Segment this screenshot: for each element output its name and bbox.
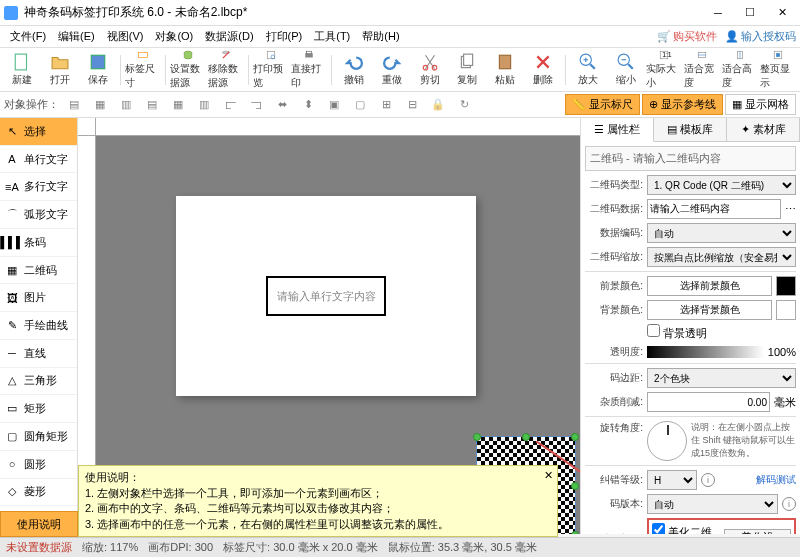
qrtype-select[interactable]: 1. QR Code (QR 二维码) [647, 175, 796, 195]
resize-handle[interactable] [522, 433, 530, 441]
bg-transparent-checkbox[interactable]: 背景透明 [647, 324, 707, 341]
resize-handle[interactable] [473, 433, 481, 441]
buy-software-link[interactable]: 🛒购买软件 [657, 29, 717, 44]
tool-arc-text[interactable]: ⌒弧形文字 [0, 201, 77, 229]
scale-select[interactable]: 按黑白点比例缩放（安全易扫） [647, 247, 796, 267]
decode-test-link[interactable]: 解码测试 [756, 473, 796, 487]
beautify-settings-button[interactable]: 美化设置… [724, 529, 791, 534]
align-top-icon[interactable]: ▤ [141, 95, 163, 115]
info-icon[interactable]: i [782, 497, 796, 511]
toggle-guides-button[interactable]: ⊕显示参考线 [642, 94, 723, 115]
tolerance-input[interactable] [647, 392, 770, 412]
align-right-icon[interactable]: ▥ [115, 95, 137, 115]
tool-multi-text[interactable]: ≡A多行文字 [0, 173, 77, 201]
bg-color-button[interactable]: 选择背景颜色 [647, 300, 772, 320]
ec-label: 纠错等级: [585, 473, 643, 487]
tool-freehand[interactable]: ✎手绘曲线 [0, 312, 77, 340]
bg-swatch[interactable] [776, 300, 796, 320]
menu-object[interactable]: 对象(O) [149, 29, 199, 44]
zoom-out-button[interactable]: 缩小 [608, 50, 644, 90]
paste-button[interactable]: 粘贴 [487, 50, 523, 90]
qrdata-input[interactable] [647, 199, 781, 219]
cut-button[interactable]: 剪切 [412, 50, 448, 90]
tool-select[interactable]: ↖选择 [0, 118, 77, 146]
tab-templates[interactable]: ▤模板库 [654, 118, 727, 141]
menu-help[interactable]: 帮助(H) [356, 29, 405, 44]
version-select[interactable]: 自动 [647, 494, 778, 514]
rotate-dial[interactable] [647, 421, 687, 461]
toggle-grid-button[interactable]: ▦显示网格 [725, 94, 796, 115]
enter-license-link[interactable]: 👤输入授权码 [725, 29, 796, 44]
menu-print[interactable]: 打印(P) [260, 29, 309, 44]
tool-qrcode[interactable]: ▦二维码 [0, 257, 77, 285]
menu-file[interactable]: 文件(F) [4, 29, 52, 44]
fg-color-button[interactable]: 选择前景颜色 [647, 276, 772, 296]
tool-line[interactable]: ─直线 [0, 340, 77, 368]
group-icon[interactable]: ⊞ [375, 95, 397, 115]
menu-edit[interactable]: 编辑(E) [52, 29, 101, 44]
fg-swatch[interactable] [776, 276, 796, 296]
print-preview-button[interactable]: 打印预览 [253, 50, 289, 90]
menu-view[interactable]: 视图(V) [101, 29, 150, 44]
zoom-in-button[interactable]: 放大 [570, 50, 606, 90]
set-datasource-button[interactable]: 设置数据源 [170, 50, 206, 90]
help-tab[interactable]: 使用说明 [0, 511, 78, 537]
menu-tool[interactable]: 工具(T) [308, 29, 356, 44]
menu-datasource[interactable]: 数据源(D) [199, 29, 259, 44]
tool-roundrect[interactable]: ▢圆角矩形 [0, 423, 77, 451]
label-page[interactable]: 请输入单行文字内容 [176, 196, 476, 396]
undo-button[interactable]: 撤销 [336, 50, 372, 90]
encode-select[interactable]: 自动 [647, 223, 796, 243]
tab-assets[interactable]: ✦素材库 [727, 118, 800, 141]
align-bottom-icon[interactable]: ▥ [193, 95, 215, 115]
label-size-button[interactable]: 标签尺寸 [125, 50, 161, 90]
tab-properties[interactable]: ☰属性栏 [581, 118, 654, 142]
info-icon[interactable]: i [701, 473, 715, 487]
resize-handle[interactable] [571, 531, 579, 534]
ungroup-icon[interactable]: ⊟ [401, 95, 423, 115]
beautify-checkbox[interactable]: 美化二维码 [652, 523, 720, 534]
close-button[interactable]: ✕ [772, 5, 792, 21]
help-close-button[interactable]: ✕ [544, 468, 553, 483]
save-button[interactable]: 保存 [80, 50, 116, 90]
actual-size-button[interactable]: 1:1实际大小 [646, 50, 682, 90]
textbox-object[interactable]: 请输入单行文字内容 [266, 276, 386, 316]
tool-polygon[interactable]: ◇菱形 [0, 479, 77, 507]
send-back-icon[interactable]: ▢ [349, 95, 371, 115]
tool-single-text[interactable]: A单行文字 [0, 146, 77, 174]
maximize-button[interactable]: ☐ [740, 5, 760, 21]
tool-triangle[interactable]: △三角形 [0, 368, 77, 396]
minimize-button[interactable]: ─ [708, 5, 728, 21]
new-button[interactable]: 新建 [4, 50, 40, 90]
rotate-icon[interactable]: ↻ [453, 95, 475, 115]
remove-datasource-button[interactable]: 移除数据源 [208, 50, 244, 90]
copy-button[interactable]: 复制 [449, 50, 485, 90]
tool-ellipse[interactable]: ○圆形 [0, 451, 77, 479]
lock-icon[interactable]: 🔒 [427, 95, 449, 115]
redo-button[interactable]: 重做 [374, 50, 410, 90]
tool-barcode[interactable]: ▌▌▌条码 [0, 229, 77, 257]
margin-select[interactable]: 2个色块 [647, 368, 796, 388]
distribute-h-icon[interactable]: ⫍ [219, 95, 241, 115]
direct-print-button[interactable]: 直接打印 [291, 50, 327, 90]
align-left-icon[interactable]: ▤ [63, 95, 85, 115]
ec-select[interactable]: H [647, 470, 697, 490]
bring-front-icon[interactable]: ▣ [323, 95, 345, 115]
opacity-slider[interactable] [647, 346, 764, 358]
fit-width-button[interactable]: 适合宽度 [684, 50, 720, 90]
resize-handle[interactable] [571, 433, 579, 441]
fit-height-button[interactable]: 适合高度 [722, 50, 758, 90]
resize-handle[interactable] [571, 482, 579, 490]
delete-button[interactable]: 删除 [525, 50, 561, 90]
open-button[interactable]: 打开 [42, 50, 78, 90]
same-height-icon[interactable]: ⬍ [297, 95, 319, 115]
tool-rect[interactable]: ▭矩形 [0, 395, 77, 423]
tool-image[interactable]: 🖼图片 [0, 284, 77, 312]
distribute-v-icon[interactable]: ⫎ [245, 95, 267, 115]
more-icon[interactable]: ⋯ [785, 203, 796, 216]
toggle-ruler-button[interactable]: 📏显示标尺 [565, 94, 640, 115]
align-center-icon[interactable]: ▦ [89, 95, 111, 115]
same-width-icon[interactable]: ⬌ [271, 95, 293, 115]
fit-page-button[interactable]: 整页显示 [760, 50, 796, 90]
align-middle-icon[interactable]: ▦ [167, 95, 189, 115]
